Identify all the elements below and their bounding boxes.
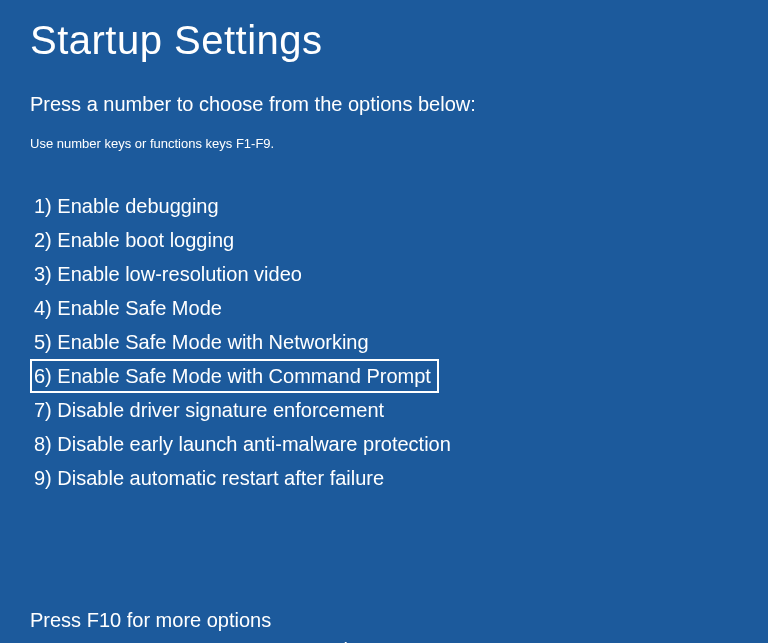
option-3[interactable]: 3) Enable low-resolution video bbox=[30, 257, 306, 291]
option-2[interactable]: 2) Enable boot logging bbox=[30, 223, 238, 257]
hint-text: Use number keys or functions keys F1-F9. bbox=[30, 136, 738, 151]
page-title: Startup Settings bbox=[30, 18, 738, 63]
option-6[interactable]: 6) Enable Safe Mode with Command Prompt bbox=[30, 359, 439, 393]
options-list: 1) Enable debugging 2) Enable boot loggi… bbox=[30, 189, 738, 495]
more-options-text: Press F10 for more options bbox=[30, 605, 738, 635]
option-5[interactable]: 5) Enable Safe Mode with Networking bbox=[30, 325, 373, 359]
instruction-text: Press a number to choose from the option… bbox=[30, 93, 738, 116]
option-1[interactable]: 1) Enable debugging bbox=[30, 189, 223, 223]
return-text: Press Enter to return to your operating … bbox=[30, 635, 738, 643]
option-4[interactable]: 4) Enable Safe Mode bbox=[30, 291, 226, 325]
option-7[interactable]: 7) Disable driver signature enforcement bbox=[30, 393, 388, 427]
option-8[interactable]: 8) Disable early launch anti-malware pro… bbox=[30, 427, 455, 461]
option-9[interactable]: 9) Disable automatic restart after failu… bbox=[30, 461, 388, 495]
